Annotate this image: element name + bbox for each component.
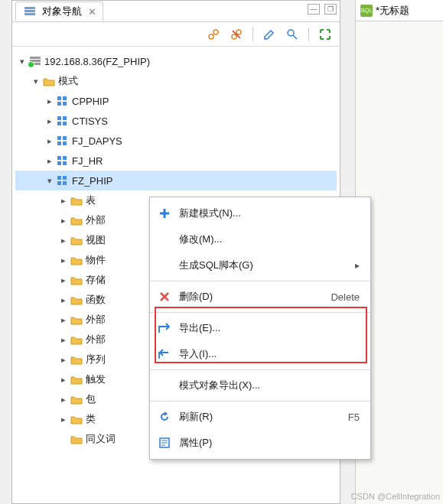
menu-schema-export[interactable]: 模式对象导出(X)... — [150, 372, 370, 398]
tree-schema[interactable]: ▸FJ_DAPYS — [15, 131, 337, 151]
chevron-right-icon[interactable]: ▸ — [58, 236, 69, 245]
tree-root[interactable]: ▾ 192.168.8.36(FZ_PHIP) — [15, 51, 337, 71]
search-icon[interactable] — [285, 28, 299, 41]
chevron-right-icon[interactable]: ▸ — [58, 275, 69, 285]
toolbar — [12, 22, 340, 47]
chevron-right-icon[interactable]: ▸ — [58, 355, 69, 365]
folder-icon — [70, 314, 83, 325]
subfolder-label: 外部 — [86, 333, 106, 346]
expand-icon[interactable] — [318, 28, 332, 41]
chevron-right-icon: ▸ — [355, 260, 360, 271]
svg-rect-12 — [30, 60, 41, 62]
chevron-right-icon[interactable]: ▸ — [58, 395, 69, 405]
svg-rect-26 — [57, 156, 61, 160]
tree-schema[interactable]: ▸CTISYS — [15, 111, 337, 131]
tree-schema[interactable]: ▸CPPHIP — [15, 91, 337, 111]
menu-delete[interactable]: 删除(D) Delete — [150, 284, 370, 310]
sql-icon: SQL — [360, 5, 373, 17]
menu-refresh[interactable]: 刷新(R) F5 — [150, 404, 370, 430]
tree-mode[interactable]: ▾ 模式 — [15, 71, 337, 91]
minimize-icon[interactable]: — — [308, 4, 320, 15]
menu-import[interactable]: 导入(I)... — [150, 341, 370, 367]
menu-properties[interactable]: 属性(P) — [150, 430, 370, 456]
sql-editor-tab[interactable]: SQL *无标题 — [356, 0, 443, 21]
svg-rect-33 — [63, 181, 67, 185]
schema-label: CPPHIP — [72, 96, 109, 107]
svg-rect-11 — [30, 57, 41, 59]
folder-icon — [70, 434, 83, 444]
toolbar-separator — [252, 28, 253, 41]
tree-schema[interactable]: ▸FJ_HR — [15, 151, 337, 171]
svg-rect-29 — [63, 161, 67, 165]
chevron-right-icon[interactable]: ▸ — [44, 156, 55, 166]
svg-rect-19 — [63, 116, 67, 120]
chevron-down-icon[interactable]: ▾ — [31, 76, 41, 86]
folder-icon — [70, 275, 83, 285]
svg-rect-17 — [63, 102, 67, 106]
svg-rect-23 — [63, 136, 67, 140]
chevron-right-icon[interactable]: ▸ — [58, 295, 69, 305]
subfolder-label: 序列 — [86, 353, 106, 366]
menu-label: 属性(P) — [179, 436, 360, 450]
edit-icon[interactable] — [262, 28, 276, 41]
folder-icon — [70, 215, 83, 226]
export-icon — [156, 321, 173, 335]
sql-tab-title: *无标题 — [376, 4, 409, 18]
folder-icon — [70, 374, 83, 385]
menu-label: 删除(D) — [179, 290, 324, 304]
svg-rect-32 — [57, 181, 61, 185]
svg-line-5 — [213, 34, 214, 35]
chevron-right-icon[interactable] — [58, 434, 69, 444]
menu-separator — [150, 312, 370, 313]
subfolder-label: 视图 — [86, 233, 106, 247]
chevron-right-icon[interactable]: ▸ — [58, 255, 69, 265]
chevron-down-icon[interactable]: ▾ — [44, 176, 55, 186]
delete-icon — [156, 290, 173, 304]
chevron-right-icon[interactable]: ▸ — [58, 315, 69, 325]
svg-rect-16 — [57, 102, 61, 106]
toolbar-separator — [308, 28, 309, 41]
restore-icon[interactable]: ❐ — [324, 4, 337, 15]
folder-icon — [70, 394, 83, 405]
folder-icon — [70, 195, 83, 206]
chevron-right-icon[interactable]: ▸ — [58, 335, 69, 345]
chevron-right-icon[interactable]: ▸ — [58, 196, 69, 206]
menu-separator — [150, 401, 370, 402]
svg-point-7 — [236, 30, 241, 34]
menu-modify[interactable]: 修改(M)... — [150, 226, 370, 252]
refresh-icon — [156, 410, 173, 424]
menu-label: 导入(I)... — [179, 347, 360, 361]
folder-icon — [70, 235, 83, 245]
menu-new-schema[interactable]: 新建模式(N)... — [150, 200, 370, 226]
subfolder-label: 表 — [86, 193, 96, 207]
schema-icon — [57, 175, 69, 186]
tree-schema-selected[interactable]: ▾FZ_PHIP — [15, 171, 337, 190]
subfolder-label: 触发 — [86, 372, 106, 386]
close-icon[interactable]: ✕ — [88, 6, 96, 18]
menu-separator — [150, 369, 370, 370]
mode-label: 模式 — [58, 74, 78, 88]
svg-rect-27 — [63, 156, 67, 160]
schema-label: FJ_DAPYS — [72, 135, 122, 147]
schema-icon — [57, 96, 69, 106]
chevron-right-icon[interactable]: ▸ — [58, 375, 69, 385]
chevron-right-icon[interactable]: ▸ — [44, 136, 55, 146]
chevron-right-icon[interactable]: ▸ — [44, 96, 55, 106]
window-controls: — ❐ — [308, 4, 337, 15]
subfolder-label: 外部 — [86, 213, 106, 227]
chevron-right-icon[interactable]: ▸ — [58, 415, 69, 424]
object-navigator-tab[interactable]: 对象导航 ✕ — [15, 2, 103, 21]
svg-point-6 — [232, 34, 236, 39]
folder-icon — [70, 334, 83, 345]
menu-export[interactable]: 导出(E)... — [150, 315, 370, 341]
chevron-right-icon[interactable]: ▸ — [58, 216, 69, 226]
unlink-icon[interactable] — [230, 28, 243, 41]
chevron-right-icon[interactable]: ▸ — [44, 116, 55, 126]
svg-rect-1 — [24, 10, 35, 12]
menu-gen-sql[interactable]: 生成SQL脚本(G) ▸ — [150, 252, 370, 278]
chevron-down-icon[interactable]: ▾ — [17, 57, 28, 67]
svg-rect-24 — [57, 141, 61, 145]
menu-label: 生成SQL脚本(G) — [179, 259, 349, 272]
subfolder-label: 存储 — [86, 273, 106, 287]
link-icon[interactable] — [207, 28, 220, 41]
